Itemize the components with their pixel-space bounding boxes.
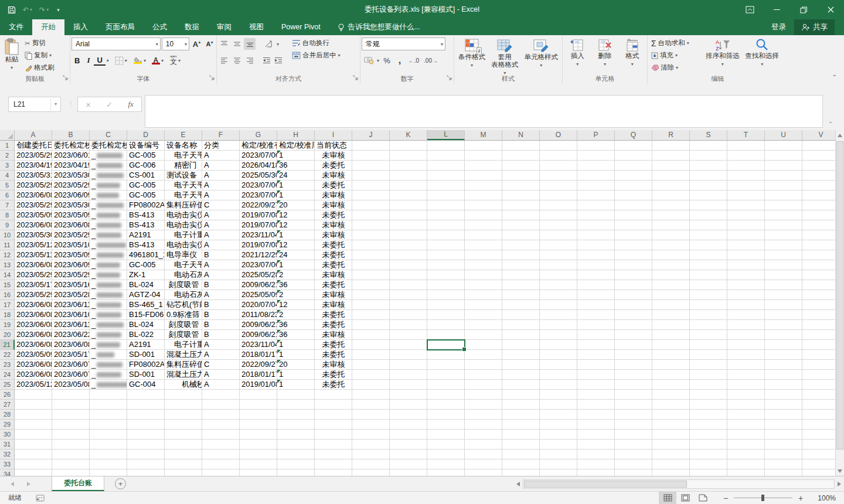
cell-Q1[interactable] xyxy=(615,141,652,151)
page-layout-view-button[interactable] xyxy=(676,492,694,504)
cell-K34[interactable] xyxy=(390,469,427,476)
row-header-7[interactable]: 7 xyxy=(0,200,15,210)
cell-F14[interactable]: A xyxy=(202,270,240,280)
cell-E32[interactable] xyxy=(165,449,202,459)
cell-L24[interactable] xyxy=(427,370,465,380)
cut-button[interactable]: ✂ 剪切 xyxy=(22,37,57,49)
cell-V17[interactable] xyxy=(802,300,840,310)
cell-A8[interactable]: 2023/05/09 xyxy=(15,210,52,220)
row-header-31[interactable]: 31 xyxy=(0,440,15,449)
zoom-in-icon[interactable]: + xyxy=(795,493,806,503)
cell-D30[interactable] xyxy=(127,430,165,440)
cell-O3[interactable] xyxy=(540,161,577,171)
cell-H31[interactable] xyxy=(277,440,315,449)
cell-V10[interactable] xyxy=(802,230,840,240)
cell-N28[interactable] xyxy=(502,410,540,420)
cell-K16[interactable] xyxy=(390,290,427,300)
cell-N24[interactable] xyxy=(502,370,540,380)
cell-G25[interactable]: 2019/01/08 xyxy=(240,380,277,390)
decrease-font-size-icon[interactable]: A▾ xyxy=(204,40,215,47)
cell-H30[interactable] xyxy=(277,430,315,440)
cell-R2[interactable] xyxy=(652,151,690,161)
accounting-format-icon[interactable] xyxy=(362,56,376,64)
horizontal-scrollbar[interactable] xyxy=(523,479,835,489)
cell-R19[interactable] xyxy=(652,320,690,330)
cell-H25[interactable]: 1 xyxy=(277,380,315,390)
cell-V11[interactable] xyxy=(802,240,840,250)
cell-V21[interactable] xyxy=(802,340,840,350)
cell-A6[interactable]: 2023/06/08 xyxy=(15,190,52,200)
cell-R8[interactable] xyxy=(652,210,690,220)
cell-Q9[interactable] xyxy=(615,220,652,230)
column-header-S[interactable]: S xyxy=(690,130,727,140)
cell-I13[interactable]: 未委托 xyxy=(315,260,352,270)
cell-S11[interactable] xyxy=(690,240,727,250)
cell-I28[interactable] xyxy=(315,410,352,420)
cell-J4[interactable] xyxy=(352,171,390,181)
alignment-dialog-launcher-icon[interactable] xyxy=(353,74,358,82)
cell-V24[interactable] xyxy=(802,370,840,380)
cell-U5[interactable] xyxy=(765,181,802,190)
cell-C9[interactable]: _ xyxy=(90,220,127,230)
cell-E10[interactable]: 电子计重秤 xyxy=(165,230,202,240)
cell-Q23[interactable] xyxy=(615,360,652,370)
cell-L25[interactable] xyxy=(427,380,465,390)
cell-V3[interactable] xyxy=(802,161,840,171)
cell-O29[interactable] xyxy=(540,420,577,430)
minimize-icon[interactable] xyxy=(763,0,790,19)
fill-handle[interactable] xyxy=(462,347,467,352)
cell-G18[interactable]: 2011/08/23 xyxy=(240,310,277,320)
cell-Q5[interactable] xyxy=(615,181,652,190)
cell-T13[interactable] xyxy=(727,260,765,270)
cell-K14[interactable] xyxy=(390,270,427,280)
cell-S1[interactable] xyxy=(690,141,727,151)
column-header-B[interactable]: B xyxy=(52,130,90,140)
cancel-entry-icon[interactable]: × xyxy=(86,100,91,110)
cell-A24[interactable]: 2023/06/08 xyxy=(15,370,52,380)
cell-D32[interactable] xyxy=(127,449,165,459)
cell-G22[interactable]: 2018/01/17 xyxy=(240,350,277,360)
cell-A5[interactable]: 2023/05/29 xyxy=(15,181,52,190)
cell-I12[interactable]: 未委托 xyxy=(315,250,352,260)
cell-C21[interactable]: _ xyxy=(90,340,127,350)
cell-M27[interactable] xyxy=(465,400,502,410)
ribbon-display-options-icon[interactable] xyxy=(736,0,763,19)
cell-S23[interactable] xyxy=(690,360,727,370)
cell-B28[interactable] xyxy=(52,410,90,420)
cell-P26[interactable] xyxy=(577,390,615,400)
cell-H21[interactable]: 1 xyxy=(277,340,315,350)
cell-N32[interactable] xyxy=(502,449,540,459)
cell-O24[interactable] xyxy=(540,370,577,380)
cell-K10[interactable] xyxy=(390,230,427,240)
cell-R23[interactable] xyxy=(652,360,690,370)
cell-O16[interactable] xyxy=(540,290,577,300)
borders-dropdown-icon[interactable]: ▾ xyxy=(125,58,127,63)
cell-A15[interactable]: 2023/05/17 xyxy=(15,280,52,290)
cell-P14[interactable] xyxy=(577,270,615,280)
select-all-corner[interactable] xyxy=(0,130,15,140)
cell-I4[interactable]: 未审核 xyxy=(315,171,352,181)
cell-Q10[interactable] xyxy=(615,230,652,240)
cell-Q29[interactable] xyxy=(615,420,652,430)
cell-K22[interactable] xyxy=(390,350,427,360)
cell-B1[interactable]: 委托检定校 xyxy=(52,141,90,151)
cell-A16[interactable]: 2023/05/29 xyxy=(15,290,52,300)
cell-R15[interactable] xyxy=(652,280,690,290)
cell-H23[interactable]: 20 xyxy=(277,360,315,370)
cell-H26[interactable] xyxy=(277,390,315,400)
cell-H17[interactable]: 12 xyxy=(277,300,315,310)
cell-G9[interactable]: 2019/07/08 xyxy=(240,220,277,230)
cell-D27[interactable] xyxy=(127,400,165,410)
cell-H29[interactable] xyxy=(277,420,315,430)
cell-Q12[interactable] xyxy=(615,250,652,260)
cell-U1[interactable] xyxy=(765,141,802,151)
cell-C1[interactable]: 委托检定校 xyxy=(90,141,127,151)
sort-filter-button[interactable]: AZ 排序和筛选 ▾ xyxy=(703,37,743,74)
cell-K8[interactable] xyxy=(390,210,427,220)
cell-R14[interactable] xyxy=(652,270,690,280)
cell-Q22[interactable] xyxy=(615,350,652,360)
cell-S12[interactable] xyxy=(690,250,727,260)
cell-Q8[interactable] xyxy=(615,210,652,220)
cell-F23[interactable]: C xyxy=(202,360,240,370)
cell-N17[interactable] xyxy=(502,300,540,310)
